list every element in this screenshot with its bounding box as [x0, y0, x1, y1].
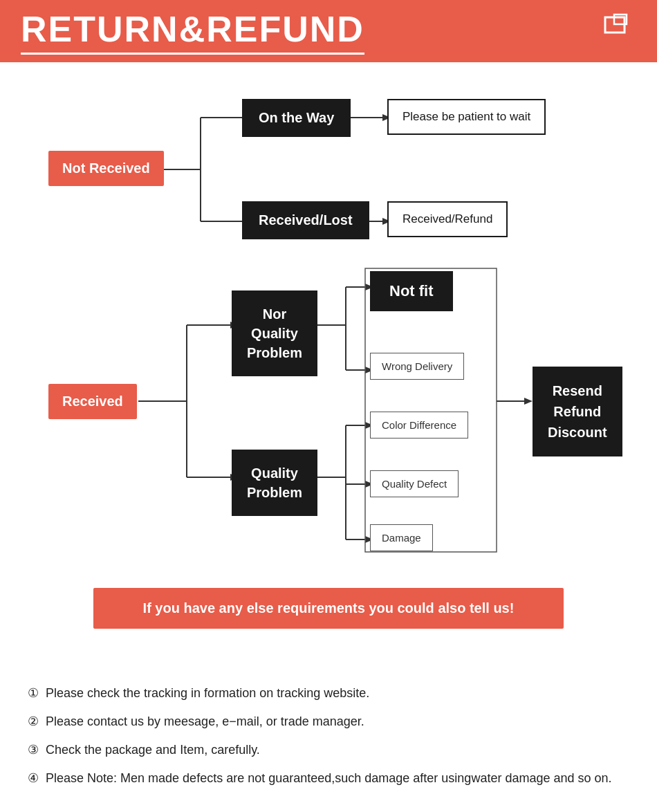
- please-be-patient-box: Please be patient to wait: [387, 99, 546, 135]
- color-difference-box: Color Difference: [370, 412, 468, 439]
- note-item-2: ② Please contact us by meesage, e−mail, …: [28, 712, 629, 731]
- note-text-3: Check the package and Item, carefully.: [46, 741, 260, 759]
- not-fit-box: Not fit: [370, 271, 453, 311]
- note-item-3: ③ Check the package and Item, carefully.: [28, 741, 629, 759]
- note-text-2: Please contact us by meesage, e−mail, or…: [46, 712, 364, 731]
- on-the-way-box: On the Way: [242, 99, 351, 137]
- wrong-delivery-box: Wrong Delivery: [370, 353, 464, 380]
- page-header: RETURN&REFUND: [0, 0, 657, 62]
- bottom-diagram-wrapper: Received NorQualityProblem QualityProble…: [28, 263, 629, 560]
- top-diagram-wrapper: Not Received On the Way Received/Lost Pl…: [28, 90, 629, 249]
- banner-note: If you have any else requirements you co…: [93, 588, 564, 629]
- nor-quality-problem-box: NorQualityProblem: [232, 290, 317, 376]
- received-refund-box: Received/Refund: [387, 201, 508, 237]
- note-text-1: Please check the tracking in formation o…: [46, 684, 369, 703]
- svg-marker-34: [524, 398, 533, 405]
- quality-defect-box: Quality Defect: [370, 470, 459, 497]
- top-diagram: Not Received On the Way Received/Lost Pl…: [28, 90, 629, 249]
- note-item-1: ① Please check the tracking in formation…: [28, 684, 629, 703]
- received-box: Received: [48, 384, 137, 419]
- note-number-2: ②: [28, 712, 39, 731]
- damage-box: Damage: [370, 524, 433, 551]
- note-item-4: ④ Please Note: Men made defects are not …: [28, 769, 629, 788]
- note-number-3: ③: [28, 741, 39, 759]
- not-received-box: Not Received: [48, 151, 164, 186]
- note-number-4: ④: [28, 769, 39, 788]
- bottom-diagram: Received NorQualityProblem QualityProble…: [28, 263, 629, 560]
- quality-problem-box: QualityProblem: [232, 450, 317, 516]
- note-text-4: Please Note: Men made defects are not gu…: [46, 769, 612, 788]
- page-title: RETURN&REFUND: [21, 8, 364, 55]
- note-number-1: ①: [28, 684, 39, 703]
- notes-list: ① Please check the tracking in formation…: [0, 677, 657, 812]
- received-lost-box: Received/Lost: [242, 201, 369, 239]
- resend-refund-discount-box: ResendRefundDiscount: [533, 367, 622, 456]
- header-icon: [595, 10, 636, 52]
- main-content: Not Received On the Way Received/Lost Pl…: [0, 62, 657, 677]
